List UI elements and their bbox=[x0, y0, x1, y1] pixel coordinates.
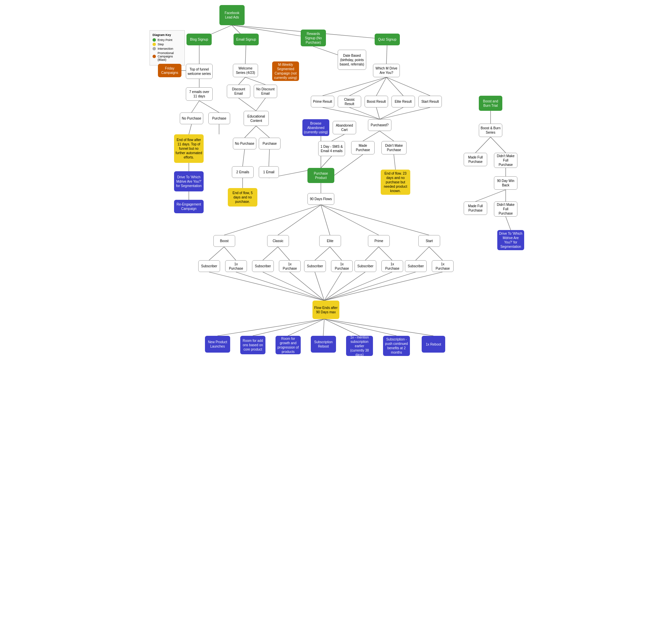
legend-label-intersection: Intersection bbox=[158, 47, 173, 50]
svg-line-40 bbox=[321, 156, 332, 168]
svg-line-22 bbox=[256, 126, 269, 138]
node-prime-purchase: 1x Purchase bbox=[381, 260, 403, 272]
svg-line-51 bbox=[224, 205, 321, 235]
node-drive-segmentation-2: Drive To 'Which Mdrive Are You?' for Seg… bbox=[497, 230, 524, 250]
node-purchase-1: Purchase bbox=[208, 112, 230, 124]
node-elite: Elite bbox=[319, 235, 341, 247]
node-elite-purchase: 1x Purchase bbox=[331, 260, 353, 272]
svg-line-18 bbox=[199, 101, 219, 112]
svg-line-55 bbox=[321, 205, 429, 235]
node-blog: Blog Signup bbox=[187, 33, 212, 45]
node-browse-abandoned: Browse Abandoned (currently using) bbox=[303, 119, 329, 136]
node-1-email: 1 Email bbox=[259, 166, 279, 178]
legend-dot-gray bbox=[152, 47, 156, 50]
node-elite-result: Elite Result bbox=[391, 96, 415, 107]
svg-line-41 bbox=[334, 154, 363, 175]
svg-line-67 bbox=[236, 272, 324, 301]
node-start: Start bbox=[418, 235, 440, 247]
node-start-subscriber: Subscriber bbox=[405, 260, 427, 272]
node-prime-subscriber: Subscriber bbox=[355, 260, 376, 272]
node-rewards: Rewards Signup (No Purchase) bbox=[301, 29, 326, 46]
node-subscription-push: Subscription - push continued benefits a… bbox=[383, 336, 410, 356]
svg-line-63 bbox=[379, 247, 392, 260]
svg-line-33 bbox=[269, 149, 269, 166]
node-classic-purchase: 1x Purchase bbox=[279, 260, 301, 272]
node-no-purchase-1: No Purchase bbox=[180, 112, 203, 124]
node-90-days-flows: 90 Days Flows bbox=[308, 193, 334, 205]
legend-item-step: Step bbox=[152, 43, 182, 46]
svg-line-23 bbox=[322, 107, 380, 119]
node-room-addons: Room for add ons based on core product bbox=[240, 336, 265, 354]
legend-label-entry: Entry Point bbox=[158, 38, 172, 42]
node-purchase-2: Purchase bbox=[259, 138, 281, 149]
svg-line-58 bbox=[263, 247, 278, 260]
node-drive-to-which: Drive To 'Which Mdrive Are You?' for Seg… bbox=[174, 171, 203, 192]
svg-line-42 bbox=[394, 154, 395, 170]
node-classic-subscriber: Subscriber bbox=[252, 260, 274, 272]
node-boost: Boost bbox=[213, 235, 235, 247]
node-start-result: Start Result bbox=[418, 96, 442, 107]
svg-line-65 bbox=[429, 247, 442, 260]
node-subscription-reboot: Subscription Reboot bbox=[311, 336, 336, 353]
node-classic: Classic bbox=[267, 235, 289, 247]
node-new-product: New Product Launches bbox=[205, 336, 230, 353]
node-welcome-series: Welcome Series (4/23) bbox=[233, 64, 258, 77]
node-made-full-purchase-1: Made Full Purchase bbox=[464, 153, 487, 166]
svg-line-62 bbox=[365, 247, 379, 260]
svg-line-69 bbox=[290, 272, 324, 301]
svg-line-73 bbox=[324, 272, 392, 301]
svg-line-28 bbox=[189, 124, 192, 134]
node-boost-result: Boost Result bbox=[364, 96, 388, 107]
node-didnt-make-purchase: Didn't Make Purchase bbox=[381, 141, 407, 154]
node-made-full-purchase-2: Made Full Purchase bbox=[464, 201, 487, 215]
svg-line-76 bbox=[217, 319, 324, 336]
node-email-signup: Email Signup bbox=[234, 33, 259, 45]
node-boost-burn-series: Boost & Burn Series bbox=[479, 124, 502, 137]
svg-line-16 bbox=[386, 77, 430, 96]
node-discount-email: Discount Email bbox=[227, 85, 250, 98]
svg-line-54 bbox=[321, 205, 379, 235]
node-flow-ends-90: Flow Ends after 90 Days max bbox=[312, 301, 339, 319]
svg-line-15 bbox=[386, 77, 403, 96]
node-90-day-win-back: 90 Day Win Back bbox=[494, 176, 518, 190]
svg-line-61 bbox=[330, 247, 342, 260]
svg-line-26 bbox=[380, 107, 403, 119]
svg-line-60 bbox=[315, 247, 330, 260]
node-2-emails: 2 Emails bbox=[232, 166, 254, 178]
svg-line-25 bbox=[376, 107, 380, 119]
node-didnt-full-purchase-1: Didn't Make Full Purchase bbox=[494, 153, 518, 168]
svg-line-36 bbox=[363, 131, 380, 141]
svg-line-7 bbox=[386, 45, 387, 64]
svg-line-38 bbox=[332, 134, 344, 141]
node-didnt-full-purchase-2: Didn't Make Full Purchase bbox=[494, 201, 518, 217]
node-prime-result: Prime Result bbox=[311, 96, 334, 107]
node-boost-subscriber: Subscriber bbox=[198, 260, 220, 272]
node-purchased: Purchased? bbox=[368, 119, 391, 131]
svg-line-74 bbox=[324, 272, 416, 301]
svg-line-66 bbox=[209, 272, 324, 301]
svg-line-37 bbox=[380, 131, 394, 141]
node-friday: Friday Campaigns bbox=[158, 64, 182, 77]
node-abandoned-cart: Abandoned Cart bbox=[333, 121, 356, 134]
svg-line-56 bbox=[209, 247, 224, 260]
node-date-based: Date Based (birthday, points based, refe… bbox=[338, 50, 366, 70]
svg-line-24 bbox=[350, 107, 380, 119]
svg-line-13 bbox=[350, 77, 386, 96]
node-boost-burn-trial: Boost and Burn Trial bbox=[479, 96, 502, 111]
node-which-mdrive: Which M Drive Are You? bbox=[373, 64, 400, 77]
svg-line-32 bbox=[243, 149, 245, 166]
node-educational-content: Educational Content bbox=[244, 111, 269, 126]
node-boost-purchase: 1x Purchase bbox=[225, 260, 247, 272]
svg-line-19 bbox=[239, 98, 256, 111]
svg-line-14 bbox=[376, 77, 386, 96]
svg-line-72 bbox=[324, 272, 365, 301]
node-classic-result: Classic Result bbox=[338, 96, 361, 107]
svg-line-20 bbox=[256, 98, 265, 111]
node-quiz: Quiz Signup bbox=[375, 33, 400, 45]
legend: Diagram Key Entry Point Step Intersectio… bbox=[149, 30, 185, 66]
node-no-discount-email: No Discount Email bbox=[254, 85, 277, 98]
svg-line-68 bbox=[263, 272, 324, 301]
legend-item-promotional: Promotional Campaigns (Blast) bbox=[152, 51, 182, 61]
svg-line-52 bbox=[278, 205, 321, 235]
node-purchase-product: Purchase Product bbox=[308, 168, 334, 183]
